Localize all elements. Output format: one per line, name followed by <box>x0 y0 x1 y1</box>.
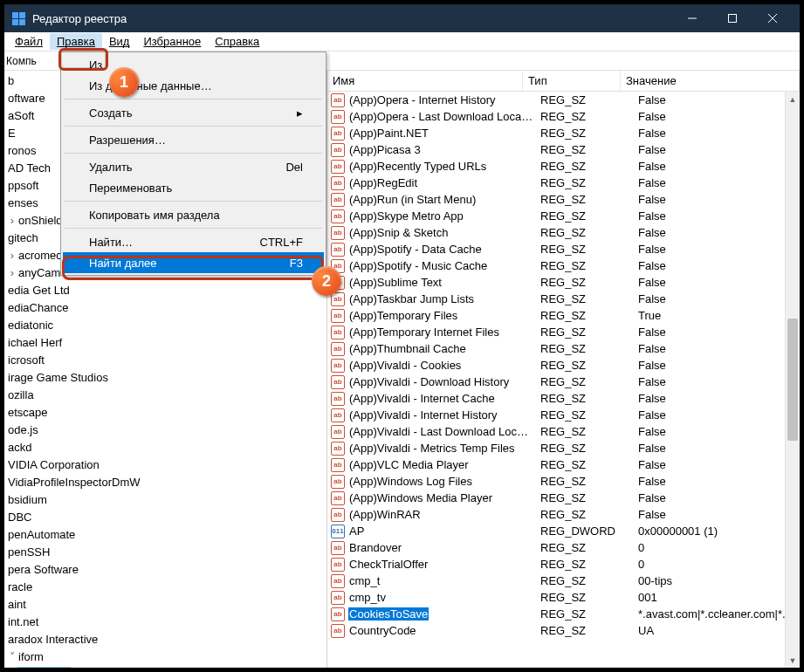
edit-menu-popup: Из Из двоичные данные… Создать▸ Разрешен… <box>60 51 326 276</box>
tree-item[interactable]: irage Game Studios <box>4 369 326 387</box>
tree-item[interactable]: ›CCleaner <box>4 666 326 668</box>
list-row[interactable]: ab(App)Windows Media PlayerREG_SZFalse <box>327 490 800 506</box>
list-row[interactable]: ab(App)Recently Typed URLsREG_SZFalse <box>327 158 800 175</box>
mi-modify-binary[interactable]: Из двоичные данные… <box>63 75 324 96</box>
maximize-button[interactable] <box>712 4 752 32</box>
string-value-icon: ab <box>331 442 345 456</box>
tree-item[interactable]: DBC <box>4 509 326 526</box>
annotation-highlight-findnext <box>62 256 324 280</box>
list-row[interactable]: ab(App)Vivaldi - Last Download Loc…REG_S… <box>327 423 800 440</box>
tree-item[interactable]: ode.js <box>4 422 326 439</box>
kb-shortcut: CTRL+F <box>260 236 303 249</box>
app-icon <box>11 11 25 25</box>
list-row[interactable]: abCookiesToSaveREG_SZ*.avast.com|*.cclea… <box>327 606 800 622</box>
string-value-icon: ab <box>331 176 345 190</box>
string-value-icon: ab <box>331 591 345 605</box>
list-row[interactable]: abcmp_tREG_SZ00-tips <box>327 573 800 589</box>
list-row[interactable]: ab(App)WinRARREG_SZFalse <box>327 506 800 523</box>
col-value[interactable]: Значение <box>621 71 800 91</box>
list-row[interactable]: ab(App)Paint.NETREG_SZFalse <box>327 125 800 141</box>
tree-item[interactable]: ediatonic <box>4 317 326 334</box>
list-row[interactable]: ab(App)Spotify - Music CacheREG_SZFalse <box>327 257 800 274</box>
tree-item[interactable]: ackd <box>4 439 326 456</box>
tree-item[interactable]: bsidium <box>4 491 326 509</box>
tree-item[interactable]: VidiaProfileInspectorDmW <box>4 474 326 491</box>
menu-file[interactable]: Файл <box>8 33 50 50</box>
menu-help[interactable]: Справка <box>208 33 266 50</box>
tree-item[interactable]: ozilla <box>4 387 326 404</box>
list-row[interactable]: ab(App)RegEditREG_SZFalse <box>327 175 800 191</box>
list-header[interactable]: Имя Тип Значение <box>327 71 800 92</box>
list-row[interactable]: ab(App)Run (in Start Menu)REG_SZFalse <box>327 191 800 208</box>
tree-item[interactable]: edia Get Ltd <box>4 282 326 299</box>
string-value-icon: ab <box>331 425 345 439</box>
chevron-icon: › <box>8 248 17 264</box>
mi-copy-key-name[interactable]: Копировать имя раздела <box>63 204 324 225</box>
list-row[interactable]: ab(App)Vivaldi - Internet CacheREG_SZFal… <box>327 390 800 407</box>
tree-item[interactable]: penAutomate <box>4 526 326 544</box>
list-row[interactable]: ab(App)Opera - Internet HistoryREG_SZFal… <box>327 92 800 108</box>
mi-create[interactable]: Создать▸ <box>63 102 324 123</box>
list-row[interactable]: ab(App)VLC Media PlayerREG_SZFalse <box>327 456 800 473</box>
tree-item[interactable]: aradox Interactive <box>4 631 326 648</box>
svg-rect-1 <box>729 15 737 23</box>
tree-item[interactable]: etscape <box>4 404 326 422</box>
string-value-icon: ab <box>331 458 345 472</box>
list-row[interactable]: ab(App)Temporary FilesREG_SZTrue <box>327 307 800 324</box>
list-row[interactable]: 011APREG_DWORD0x00000001 (1) <box>327 523 800 539</box>
menu-favorites[interactable]: Избранное <box>136 33 208 50</box>
list-row[interactable]: ab(App)Snip & SketchREG_SZFalse <box>327 224 800 241</box>
tree-item[interactable]: penSSH <box>4 544 326 561</box>
minimize-button[interactable] <box>672 4 712 32</box>
string-value-icon: ab <box>331 160 345 174</box>
close-button[interactable] <box>752 4 793 32</box>
list-row[interactable]: ab(App)Opera - Last Download Loca…REG_SZ… <box>327 108 800 125</box>
kb-shortcut: Del <box>285 161 303 174</box>
list-row[interactable]: ab(App)Temporary Internet FilesREG_SZFal… <box>327 324 800 340</box>
string-value-icon: ab <box>331 309 345 323</box>
menu-view[interactable]: Вид <box>102 33 137 50</box>
string-value-icon: ab <box>331 93 345 107</box>
list-row[interactable]: ab(App)Skype Metro AppREG_SZFalse <box>327 208 800 224</box>
string-value-icon: ab <box>331 408 345 422</box>
chevron-right-icon: ▸ <box>297 106 303 120</box>
string-value-icon: ab <box>331 607 345 621</box>
list-pane[interactable]: Имя Тип Значение ab(App)Opera - Internet… <box>327 71 800 668</box>
vertical-scrollbar[interactable]: ▲ ▼ <box>785 92 800 668</box>
scroll-up-icon[interactable]: ▲ <box>786 92 800 106</box>
list-row[interactable]: ab(App)Picasa 3REG_SZFalse <box>327 141 800 158</box>
list-row[interactable]: ab(App)Vivaldi - Internet HistoryREG_SZF… <box>327 407 800 423</box>
list-row[interactable]: ab(App)Windows Log FilesREG_SZFalse <box>327 473 800 490</box>
list-row[interactable]: ab(App)Spotify - Data CacheREG_SZFalse <box>327 241 800 257</box>
list-row[interactable]: ab(App)Sublime TextREG_SZFalse <box>327 274 800 291</box>
string-value-icon: ab <box>331 342 345 356</box>
tree-item[interactable]: aint <box>4 596 326 614</box>
mi-delete[interactable]: УдалитьDel <box>63 156 324 177</box>
string-value-icon: ab <box>331 326 345 339</box>
list-row[interactable]: ab(App)Thumbnail CacheREG_SZFalse <box>327 340 800 357</box>
list-row[interactable]: abCheckTrialOfferREG_SZ0 <box>327 556 800 573</box>
tree-item[interactable]: ichael Herf <box>4 334 326 352</box>
mi-find[interactable]: Найти…CTRL+F <box>63 231 324 252</box>
tree-item[interactable]: icrosoft <box>4 352 326 369</box>
list-row[interactable]: abBrandoverREG_SZ0 <box>327 539 800 556</box>
list-row[interactable]: ab(App)Vivaldi - Download HistoryREG_SZF… <box>327 374 800 390</box>
list-row[interactable]: ab(App)Taskbar Jump ListsREG_SZFalse <box>327 291 800 307</box>
window-title: Редактор реестра <box>32 12 672 25</box>
list-row[interactable]: abcmp_tvREG_SZ001 <box>327 589 800 606</box>
tree-item[interactable]: ediaChance <box>4 299 326 317</box>
mi-rename[interactable]: Переименовать <box>63 177 324 198</box>
tree-item[interactable]: VIDIA Corporation <box>4 456 326 474</box>
tree-item[interactable]: racle <box>4 579 326 596</box>
scroll-thumb[interactable] <box>787 319 798 441</box>
col-name[interactable]: Имя <box>327 71 523 91</box>
scroll-down-icon[interactable]: ▼ <box>786 653 800 668</box>
tree-item[interactable]: pera Software <box>4 561 326 579</box>
list-row[interactable]: abCountryCodeREG_SZUA <box>327 622 800 639</box>
col-type[interactable]: Тип <box>523 71 621 91</box>
tree-item[interactable]: int.net <box>4 614 326 631</box>
mi-permissions[interactable]: Разрешения… <box>63 129 324 150</box>
list-row[interactable]: ab(App)Vivaldi - Metrics Temp FilesREG_S… <box>327 440 800 456</box>
list-row[interactable]: ab(App)Vivaldi - CookiesREG_SZFalse <box>327 357 800 374</box>
tree-item[interactable]: ˅iform <box>4 648 326 666</box>
